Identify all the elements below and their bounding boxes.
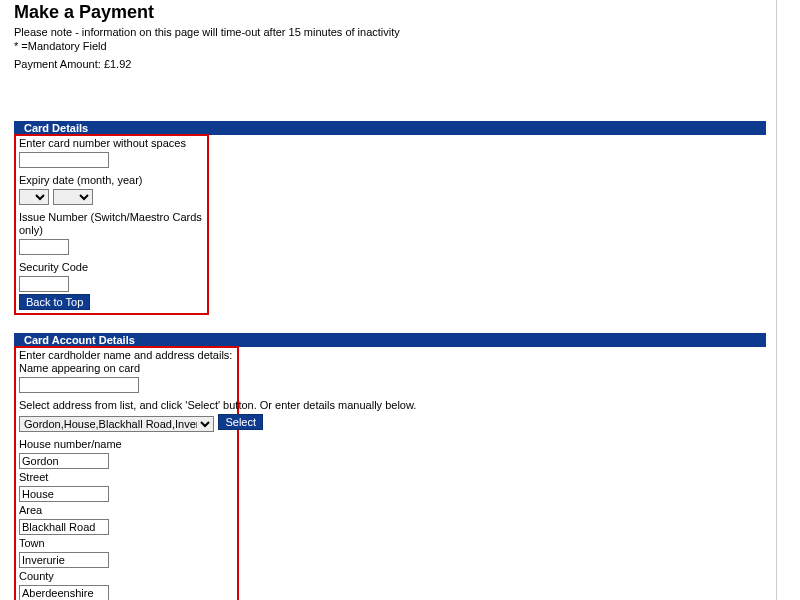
area-label: Area [19, 504, 234, 517]
page-title: Make a Payment [14, 2, 800, 23]
select-address-button[interactable]: Select [218, 414, 263, 430]
house-number-input[interactable] [19, 453, 109, 469]
county-label: County [19, 570, 234, 583]
name-on-card-label: Name appearing on card [19, 362, 234, 375]
expiry-label: Expiry date (month, year) [19, 174, 204, 187]
card-details-bar: Card Details [14, 121, 766, 135]
county-input[interactable] [19, 585, 109, 600]
security-code-input[interactable] [19, 276, 69, 292]
street-input[interactable] [19, 486, 109, 502]
account-intro: Enter cardholder name and address detail… [19, 349, 234, 362]
mandatory-note: * =Mandatory Field [14, 39, 800, 53]
issue-number-input[interactable] [19, 239, 69, 255]
security-code-label: Security Code [19, 261, 204, 274]
area-input[interactable] [19, 519, 109, 535]
address-select-hint: Select address from list, and click 'Sel… [19, 399, 416, 411]
town-label: Town [19, 537, 234, 550]
house-number-label: House number/name [19, 438, 234, 451]
payment-amount: Payment Amount: £1.92 [14, 57, 800, 71]
name-on-card-input[interactable] [19, 377, 139, 393]
issue-number-label: Issue Number (Switch/Maestro Cards only) [19, 211, 204, 237]
street-label: Street [19, 471, 234, 484]
card-details-highlight-box: Enter card number without spaces Expiry … [14, 134, 209, 315]
back-to-top-button[interactable]: Back to Top [19, 294, 90, 310]
account-details-highlight-box: Enter cardholder name and address detail… [14, 346, 239, 600]
address-select[interactable]: Gordon,House,Blackhall Road,Inverurie,A [19, 416, 214, 432]
expiry-month-select[interactable] [19, 189, 49, 205]
expiry-year-select[interactable] [53, 189, 93, 205]
account-details-bar: Card Account Details [14, 333, 766, 347]
card-number-label: Enter card number without spaces [19, 137, 204, 150]
timeout-note: Please note - information on this page w… [14, 25, 800, 39]
card-number-input[interactable] [19, 152, 109, 168]
right-divider [776, 0, 777, 600]
town-input[interactable] [19, 552, 109, 568]
